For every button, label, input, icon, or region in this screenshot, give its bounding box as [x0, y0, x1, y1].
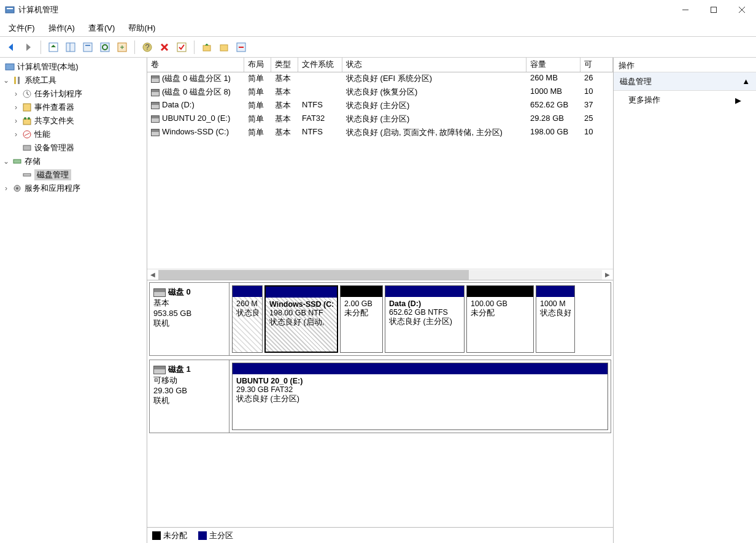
col-status[interactable]: 状态	[342, 58, 526, 72]
tree-perf[interactable]: ›性能	[0, 128, 147, 141]
tree-storage-label: 存储	[25, 156, 40, 167]
help-button[interactable]: ?	[140, 40, 155, 55]
menu-view[interactable]: 查看(V)	[86, 21, 117, 35]
forward-button[interactable]	[21, 40, 36, 55]
up-button[interactable]	[46, 40, 61, 55]
tree-devmgr[interactable]: 设备管理器	[0, 141, 147, 155]
titlebar: 计算机管理	[0, 0, 756, 20]
tree-sched[interactable]: ›任务计划程序	[0, 87, 147, 101]
menu-action[interactable]: 操作(A)	[46, 21, 77, 35]
chevron-right-icon: ▶	[735, 96, 741, 105]
separator	[194, 40, 195, 54]
export-list-button[interactable]	[115, 40, 129, 55]
menu-help[interactable]: 帮助(H)	[126, 21, 158, 35]
svg-rect-9	[83, 43, 92, 52]
window-title: 计算机管理	[18, 4, 671, 15]
tree-event[interactable]: ›事件查看器	[0, 101, 147, 114]
partition[interactable]: 1000 M状态良好	[536, 285, 575, 353]
disk-row: 磁盘 1可移动29.30 GB联机UBUNTU 20_0 (E:)29.30 G…	[149, 360, 611, 433]
collapse-icon: ▲	[742, 77, 750, 86]
svg-rect-3	[711, 7, 717, 12]
svg-rect-18	[220, 45, 228, 51]
col-free[interactable]: 可	[580, 58, 613, 72]
menu-file[interactable]: 文件(F)	[6, 21, 37, 35]
tree-root-label: 计算机管理(本地)	[17, 61, 79, 72]
tree-root[interactable]: 计算机管理(本地)	[0, 60, 147, 74]
svg-rect-22	[18, 77, 20, 84]
volume-row[interactable]: Windows-SSD (C:)简单基本NTFS状态良好 (启动, 页面文件, …	[147, 126, 613, 140]
refresh-button[interactable]	[98, 40, 112, 55]
col-layout[interactable]: 布局	[244, 58, 271, 72]
actions-panel: 操作 磁盘管理 ▲ 更多操作 ▶	[614, 58, 756, 543]
svg-rect-7	[66, 43, 75, 52]
col-capacity[interactable]: 容量	[526, 58, 580, 72]
tree-shared-label: 共享文件夹	[34, 115, 74, 126]
up-folder-button[interactable]	[199, 40, 214, 55]
actions-more[interactable]: 更多操作 ▶	[614, 91, 756, 109]
partition[interactable]: 100.00 GB未分配	[466, 285, 534, 353]
actions-more-label: 更多操作	[628, 94, 660, 106]
actions-section[interactable]: 磁盘管理 ▲	[614, 72, 756, 91]
tree-services-label: 服务和应用程序	[25, 183, 80, 194]
svg-rect-17	[203, 45, 210, 51]
minimize-button[interactable]	[671, 0, 700, 20]
volume-row[interactable]: Data (D:)简单基本NTFS状态良好 (主分区)652.62 GB37	[147, 99, 613, 113]
disk-graphical-area: 磁盘 0基本953.85 GB联机260 M状态良Windows-SSD (C:…	[147, 280, 613, 527]
maximize-button[interactable]	[700, 0, 728, 20]
col-type[interactable]: 类型	[271, 58, 298, 72]
menubar: 文件(F) 操作(A) 查看(V) 帮助(H)	[0, 20, 756, 37]
actions-header: 操作	[614, 58, 756, 72]
tree-storage[interactable]: ⌄存储	[0, 155, 147, 168]
close-button[interactable]	[728, 0, 756, 20]
tree-services[interactable]: ›服务和应用程序	[0, 182, 147, 195]
settings-button[interactable]	[234, 40, 249, 55]
delete-button[interactable]	[157, 40, 172, 55]
col-vol[interactable]: 卷	[147, 58, 244, 72]
col-fs[interactable]: 文件系统	[298, 58, 342, 72]
legend: 未分配 主分区	[147, 527, 613, 543]
tree-systools[interactable]: ⌄系统工具	[0, 74, 147, 87]
svg-rect-30	[14, 160, 21, 163]
tree-systools-label: 系统工具	[25, 75, 56, 86]
center-panel: 卷 布局 类型 文件系统 状态 容量 可 (磁盘 0 磁盘分区 1)简单基本状态…	[147, 58, 614, 543]
disk-row: 磁盘 0基本953.85 GB联机260 M状态良Windows-SSD (C:…	[149, 282, 611, 356]
disk-info[interactable]: 磁盘 0基本953.85 GB联机	[150, 283, 230, 355]
tree-devmgr-label: 设备管理器	[34, 142, 74, 153]
svg-rect-20	[6, 64, 14, 70]
partition[interactable]: 260 M状态良	[232, 285, 263, 353]
separator	[134, 40, 135, 54]
volume-list: (磁盘 0 磁盘分区 1)简单基本状态良好 (EFI 系统分区)260 MB26…	[147, 72, 613, 269]
volume-row[interactable]: UBUNTU 20_0 (E:)简单基本FAT32状态良好 (主分区)29.28…	[147, 113, 613, 126]
partition[interactable]: Data (D:)652.62 GB NTFS状态良好 (主分区)	[385, 285, 465, 353]
volume-row[interactable]: (磁盘 0 磁盘分区 1)简单基本状态良好 (EFI 系统分区)260 MB26	[147, 72, 613, 86]
svg-rect-1	[7, 8, 13, 9]
svg-point-33	[16, 187, 18, 190]
toolbar: ?	[0, 37, 756, 58]
back-button[interactable]	[4, 40, 18, 55]
legend-primary: 主分区	[198, 530, 233, 541]
svg-rect-31	[23, 174, 31, 176]
svg-rect-29	[23, 145, 31, 150]
tree-disk[interactable]: 磁盘管理	[0, 168, 147, 182]
legend-unalloc: 未分配	[152, 530, 187, 541]
svg-rect-21	[14, 77, 16, 84]
check-button[interactable]	[174, 40, 189, 55]
h-scrollbar[interactable]: ◀▶	[147, 269, 613, 280]
properties-button[interactable]	[80, 40, 95, 55]
svg-text:?: ?	[145, 42, 149, 52]
show-hide-tree-button[interactable]	[63, 40, 78, 55]
svg-point-27	[28, 117, 30, 120]
partition[interactable]: UBUNTU 20_0 (E:)29.30 GB FAT32状态良好 (主分区)	[232, 363, 608, 430]
partition[interactable]: Windows-SSD (C:)198.00 GB NTF状态良好 (启动,	[264, 285, 338, 353]
tree-sched-label: 任务计划程序	[34, 88, 82, 99]
volume-header: 卷 布局 类型 文件系统 状态 容量 可	[147, 58, 613, 72]
disk-info[interactable]: 磁盘 1可移动29.30 GB联机	[150, 360, 230, 433]
tree-panel: 计算机管理(本地) ⌄系统工具 ›任务计划程序 ›事件查看器 ›共享文件夹 ›性…	[0, 58, 147, 543]
actions-section-label: 磁盘管理	[620, 76, 652, 87]
partition[interactable]: 2.00 GB未分配	[340, 285, 383, 353]
svg-rect-25	[23, 119, 31, 125]
volume-row[interactable]: (磁盘 0 磁盘分区 8)简单基本状态良好 (恢复分区)1000 MB10	[147, 86, 613, 99]
tree-shared[interactable]: ›共享文件夹	[0, 114, 147, 128]
app-icon	[5, 5, 15, 15]
open-folder-button[interactable]	[217, 40, 231, 55]
